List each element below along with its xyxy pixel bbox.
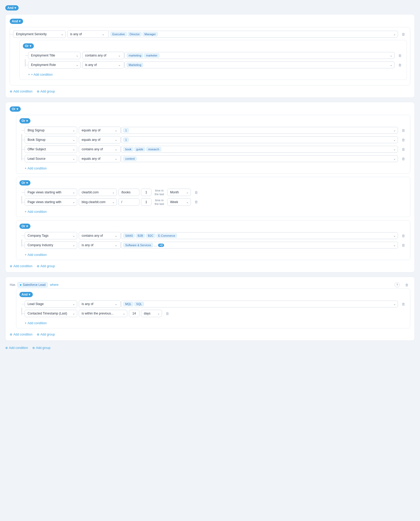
op-cind-wrapper[interactable]: is any of xyxy=(79,241,119,249)
add-group-global[interactable]: ⊕ Add group xyxy=(32,345,50,351)
url-path-pv2[interactable] xyxy=(118,198,139,206)
op-book[interactable]: equals any of xyxy=(79,136,121,143)
time-period-cts[interactable]: days xyxy=(141,310,162,317)
add-group-group1[interactable]: ⊕ Add group xyxy=(37,89,55,94)
url-domain-pv1-wrapper[interactable]: clearbit.com xyxy=(79,189,117,196)
field-blog-wrapper[interactable]: Blog Signup xyxy=(25,127,77,134)
add-condition-group2[interactable]: ⊕ Add condition xyxy=(10,263,33,269)
op-cts-wrapper[interactable]: is within the previous... xyxy=(79,310,127,317)
time-val-cts[interactable] xyxy=(129,310,139,317)
time-value-pv2[interactable] xyxy=(141,198,151,206)
url-path-pv1[interactable] xyxy=(118,189,139,196)
field-ctags-wrapper[interactable]: Company Tags xyxy=(25,232,77,239)
add-condition-group3[interactable]: ⊕ Add condition xyxy=(10,332,33,337)
field-emp-title[interactable]: Employment Title xyxy=(28,52,81,59)
val-blog-wrapper[interactable]: 1 xyxy=(121,127,398,134)
add-group-group2[interactable]: ⊕ Add group xyxy=(37,263,55,269)
op-offer[interactable]: contains any of xyxy=(79,146,121,153)
time-period-cts-wrapper[interactable]: days xyxy=(141,310,162,317)
delete-emp-title[interactable]: 🗑 xyxy=(396,52,403,59)
field-lstage[interactable]: Lead Stage xyxy=(25,300,77,308)
time-period-pv2-wrapper[interactable]: Week xyxy=(167,198,191,206)
operator-select-wrapper[interactable]: is any of xyxy=(67,30,107,38)
val-cind[interactable]: Software & Services ... +3 xyxy=(121,242,398,249)
op-blog-wrapper[interactable]: equals any of xyxy=(79,127,119,134)
field-cind[interactable]: Company Industry xyxy=(25,241,77,249)
val-book-wrapper[interactable]: 1 xyxy=(121,136,398,143)
group1-badge[interactable]: And ▾ xyxy=(10,19,23,24)
url-domain-pv1[interactable]: clearbit.com xyxy=(79,189,117,196)
field-lstage-wrapper[interactable]: Lead Stage xyxy=(25,300,77,308)
add-condition-group1[interactable]: ⊕ Add condition xyxy=(10,89,33,94)
delete-has[interactable]: 🗑 xyxy=(403,281,410,288)
field-emp-title-wrapper[interactable]: Employment Title xyxy=(28,52,81,59)
group2-badge[interactable]: Or ▾ xyxy=(10,106,21,112)
delete-pv1[interactable]: 🗑 xyxy=(192,189,200,196)
op-emp-title[interactable]: contains any of xyxy=(82,52,124,59)
field-emp-role[interactable]: Employment Role xyxy=(28,61,81,69)
field-offer[interactable]: Offer Subject xyxy=(25,146,77,153)
field-select[interactable]: Employment Seniority xyxy=(13,30,66,38)
op-offer-wrapper[interactable]: contains any of xyxy=(79,146,119,153)
val-lead[interactable]: content xyxy=(121,155,398,162)
add-condition-inner2b[interactable]: + Add condition xyxy=(25,209,47,215)
add-condition-inner2a[interactable]: + Add condition xyxy=(25,166,47,171)
delete-lstage[interactable]: 🗑 xyxy=(400,300,407,308)
op-lead-wrapper[interactable]: equals any of xyxy=(79,155,119,162)
delete-lead[interactable]: 🗑 xyxy=(400,155,407,162)
val-offer-wrapper[interactable]: book guide research xyxy=(121,146,398,153)
delete-book[interactable]: 🗑 xyxy=(400,136,407,143)
val-book[interactable]: 1 xyxy=(121,136,398,143)
add-condition-global[interactable]: ⊕ Add condition xyxy=(5,345,28,351)
help-btn[interactable]: ? xyxy=(395,282,400,287)
val-offer[interactable]: book guide research xyxy=(121,146,398,153)
op-book-wrapper[interactable]: equals any of xyxy=(79,136,119,143)
add-condition-inner2c[interactable]: + Add condition xyxy=(25,252,47,258)
field-cts-wrapper[interactable]: Contacted Timestamp (Last) xyxy=(25,310,77,317)
field-cts[interactable]: Contacted Timestamp (Last) xyxy=(25,310,77,317)
time-period-pv1[interactable]: Month xyxy=(167,189,191,196)
delete-ctags[interactable]: 🗑 xyxy=(400,232,407,239)
add-condition-inner3a[interactable]: + Add condition xyxy=(25,320,47,326)
val-emp-role[interactable]: Marketing xyxy=(124,61,395,68)
add-group-group3[interactable]: ⊕ Add group xyxy=(37,332,55,337)
field-pv1-wrapper[interactable]: Page views starting with xyxy=(25,189,77,196)
time-period-pv1-wrapper[interactable]: Month xyxy=(167,189,191,196)
field-pv2-wrapper[interactable]: Page views starting with xyxy=(25,198,77,206)
val-lstage[interactable]: MQL SQL xyxy=(121,301,398,307)
op-emp-title-wrapper[interactable]: contains any of xyxy=(82,52,123,59)
delete-cts[interactable]: 🗑 xyxy=(164,310,171,317)
field-cind-wrapper[interactable]: Company Industry xyxy=(25,241,77,249)
field-offer-wrapper[interactable]: Offer Subject xyxy=(25,146,77,153)
op-emp-role[interactable]: is any of xyxy=(82,61,124,69)
inner2a-badge[interactable]: Or ▾ xyxy=(19,118,30,123)
field-pv1[interactable]: Page views starting with xyxy=(25,189,77,196)
value-container[interactable]: Executive Director Manager xyxy=(108,31,398,38)
field-book-wrapper[interactable]: Book Signup xyxy=(25,136,77,143)
operator-select[interactable]: is any of xyxy=(67,30,109,38)
add-condition-inner1b[interactable]: + + Add condition xyxy=(28,72,52,78)
delete-pv2[interactable]: 🗑 xyxy=(192,198,200,206)
op-lstage-wrapper[interactable]: is any of xyxy=(79,300,119,308)
inner1b-badge[interactable]: Or ▾ xyxy=(23,43,34,49)
field-ctags[interactable]: Company Tags xyxy=(25,232,77,239)
field-select-wrapper[interactable]: Employment Seniority xyxy=(13,30,66,38)
inner2c-badge[interactable]: Or ▾ xyxy=(19,224,30,229)
op-emp-role-wrapper[interactable]: is any of xyxy=(82,61,123,69)
field-emp-role-wrapper[interactable]: Employment Role xyxy=(28,61,81,69)
url-domain-pv2[interactable]: blog.clearbit.com xyxy=(79,198,117,206)
op-cts[interactable]: is within the previous... xyxy=(79,310,127,317)
op-ctags-wrapper[interactable]: contains any of xyxy=(79,232,119,239)
delete-btn[interactable]: 🗑 xyxy=(400,30,407,38)
field-lead[interactable]: Lead Source xyxy=(25,155,77,162)
where-label[interactable]: where xyxy=(50,283,59,287)
url-domain-pv2-wrapper[interactable]: blog.clearbit.com xyxy=(79,198,117,206)
op-lstage[interactable]: is any of xyxy=(79,300,121,308)
val-emp-title-wrapper[interactable]: marketing marketer xyxy=(124,52,395,59)
delete-cind[interactable]: 🗑 xyxy=(400,241,407,249)
delete-blog[interactable]: 🗑 xyxy=(400,127,407,134)
field-pv2[interactable]: Page views starting with xyxy=(25,198,77,206)
top-and-badge[interactable]: And ▾ xyxy=(5,5,19,11)
val-cind-wrapper[interactable]: Software & Services ... +3 xyxy=(121,242,398,249)
field-blog[interactable]: Blog Signup xyxy=(25,127,77,134)
